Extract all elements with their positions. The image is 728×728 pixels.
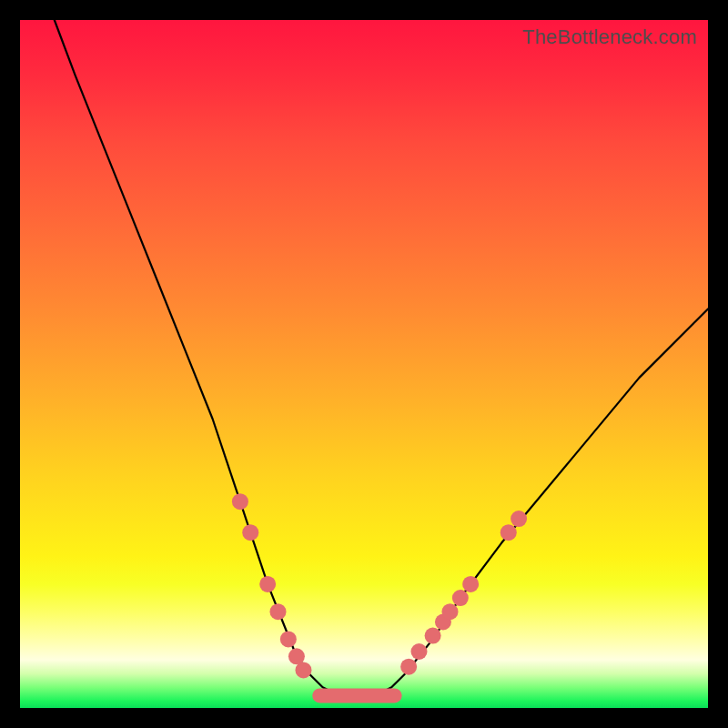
highlight-dot [270,603,287,620]
highlight-dot [242,524,258,541]
chart-plot-area: TheBottleneck.com [20,20,708,708]
highlight-dot [500,524,517,541]
chart-overlay-svg [20,20,708,708]
highlight-dot [410,643,427,660]
highlight-dot [259,576,276,592]
highlight-dot [425,628,441,644]
highlight-dot [511,511,527,527]
highlight-dot [462,576,479,592]
highlight-dot [442,603,459,620]
highlight-dot [400,659,417,675]
highlight-dot [232,493,248,510]
highlight-dot [280,631,297,647]
bottleneck-curve [55,20,708,694]
highlight-dots [232,493,527,678]
chart-stage: TheBottleneck.com [0,0,728,728]
highlight-dot [452,590,469,606]
curve-bottom-pill [312,688,401,703]
highlight-dot [295,662,311,678]
